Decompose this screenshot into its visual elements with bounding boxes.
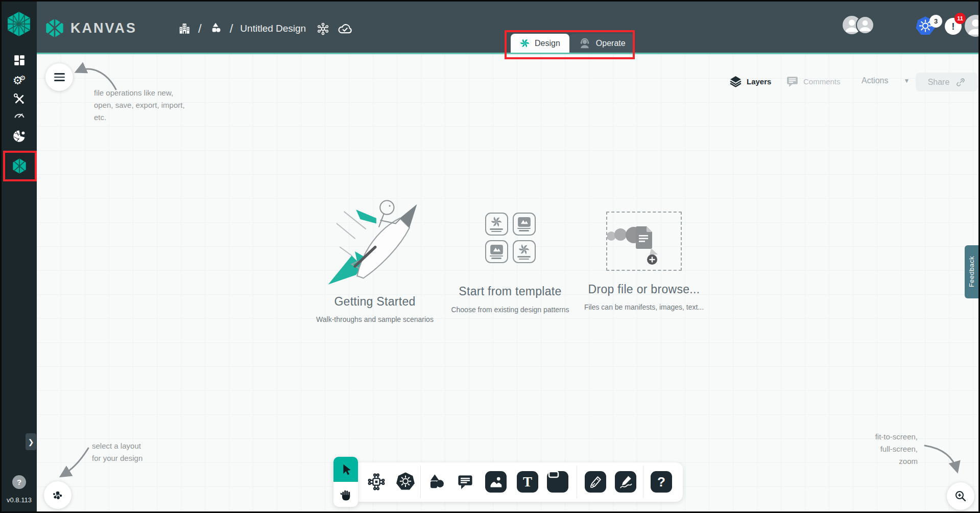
cloud-saved-icon[interactable] [337, 21, 352, 36]
pencil-icon [617, 474, 634, 490]
tab-design-label: Design [535, 39, 560, 48]
image-icon [488, 474, 504, 489]
pen-tool[interactable] [585, 471, 606, 493]
app-version: v0.8.113 [2, 496, 37, 504]
card-title: Drop file or browse... [578, 283, 710, 296]
share-label: Share [928, 78, 950, 87]
extensions-icon [12, 129, 26, 143]
left-sidebar: ⚙⚙ ❯ [2, 2, 37, 511]
toolbar-help-tool[interactable]: ? [651, 471, 672, 493]
card-subtitle: Choose from existing design patterns [444, 306, 577, 314]
help-tool-glyph: ? [657, 474, 665, 490]
kanvas-extension-icon [11, 158, 28, 174]
shapes-icon [428, 473, 445, 491]
user-avatar[interactable] [965, 15, 980, 37]
layout-selector-button[interactable] [44, 481, 71, 509]
breadcrumb: / / Untitled Design [178, 21, 352, 36]
shapes-tool[interactable] [425, 470, 448, 494]
collaborator-avatar[interactable] [856, 16, 874, 34]
sidebar-item-kanvas[interactable] [2, 155, 37, 177]
share-button[interactable]: Share [916, 73, 978, 91]
card-start-from-template[interactable]: Start from template Choose from existing… [444, 196, 577, 314]
zoom-in-icon [954, 489, 967, 503]
organization-icon[interactable] [178, 22, 191, 35]
drop-zone[interactable] [606, 212, 682, 271]
pencil-tool[interactable] [615, 471, 636, 493]
breadcrumb-separator: / [230, 21, 233, 36]
text-tool[interactable]: T [517, 471, 538, 493]
sidebar-item-configuration[interactable] [2, 90, 37, 107]
text-tool-glyph: T [523, 474, 532, 490]
help-glyph: ? [17, 478, 21, 486]
comments-icon [786, 75, 799, 88]
kanvas-app-window: KANVAS / / Untitled Design [0, 0, 980, 513]
layers-toggle[interactable]: Layers [729, 75, 771, 88]
comments-label: Comments [803, 77, 841, 86]
rocket-illustration [324, 196, 431, 287]
kubernetes-icon [395, 471, 416, 493]
card-title: Start from template [444, 285, 577, 298]
pen-icon [587, 474, 604, 490]
visibility-network-icon[interactable] [316, 22, 330, 36]
tab-operate[interactable]: Operate [569, 34, 635, 53]
brand-name: KANVAS [70, 20, 137, 36]
card-getting-started[interactable]: Getting Started Walk-throughs and sample… [308, 196, 441, 323]
sidebar-expand-chevron[interactable]: ❯ [26, 433, 36, 450]
template-thumb-swirl [513, 240, 536, 263]
annotation-file-operations: file operations like new, open, save, ex… [94, 87, 185, 124]
workspace-shapes-icon[interactable] [209, 22, 223, 36]
kubernetes-context-count-badge[interactable]: 3 [929, 15, 942, 28]
annotation-select-layout: select a layout for your design [92, 440, 142, 464]
template-thumb-image [513, 213, 536, 236]
brand: KANVAS [44, 17, 137, 39]
tab-design[interactable]: Design [511, 34, 569, 53]
comment-tool[interactable] [453, 470, 477, 494]
mode-tabs: Design Operate [511, 34, 635, 53]
breadcrumb-separator: / [198, 21, 202, 36]
gauge-icon [13, 109, 26, 122]
component-chip-icon [367, 473, 386, 491]
layers-label: Layers [747, 77, 771, 86]
card-subtitle: Walk-throughs and sample scenarios [308, 315, 441, 323]
dashboard-icon [13, 54, 26, 67]
sidebar-item-extensions[interactable] [2, 127, 37, 145]
app-header: KANVAS / / Untitled Design [37, 2, 978, 54]
menu-icon [54, 71, 65, 83]
sidebar-item-lifecycle[interactable]: ⚙⚙ [2, 71, 37, 88]
pan-tool[interactable] [333, 482, 358, 507]
select-tool[interactable] [333, 457, 358, 482]
sidebar-item-dashboard[interactable] [2, 52, 37, 69]
file-menu-button[interactable] [45, 63, 73, 91]
comments-toggle[interactable]: Comments [786, 75, 841, 88]
operator-headset-icon [579, 37, 591, 50]
hand-icon [340, 488, 352, 501]
annotation-zoom-controls: fit-to-screen, full-screen, zoom [875, 431, 918, 468]
link-icon [955, 77, 966, 87]
drop-file-illustration [607, 213, 683, 272]
actions-dropdown[interactable]: Actions ▼ [862, 76, 910, 85]
section-icon [547, 471, 568, 493]
kubernetes-tool[interactable] [394, 470, 417, 494]
component-tool[interactable] [365, 470, 388, 494]
alerts-count-badge: 11 [954, 13, 966, 24]
actions-label: Actions [862, 76, 888, 85]
template-thumb-swirl [485, 213, 508, 236]
feedback-label: Feedback [968, 256, 975, 287]
template-thumb-image [485, 240, 508, 263]
card-drop-file[interactable]: Drop file or browse... Files can be mani… [578, 196, 710, 311]
card-subtitle: Files can be manifests, images, text... [578, 303, 710, 311]
feedback-tab[interactable]: Feedback [965, 245, 978, 298]
toolkit-icon [13, 92, 26, 105]
sidebar-item-performance[interactable] [2, 107, 37, 124]
gears-icon: ⚙⚙ [13, 73, 26, 86]
template-thumbnails [485, 213, 536, 263]
tab-operate-label: Operate [596, 39, 626, 48]
meshery-logo-icon[interactable] [6, 11, 32, 37]
cursor-icon [340, 463, 352, 476]
help-button[interactable]: ? [12, 475, 26, 489]
zoom-button[interactable] [947, 482, 974, 510]
image-tool[interactable] [485, 471, 507, 493]
section-tool[interactable] [547, 471, 568, 493]
design-name[interactable]: Untitled Design [240, 23, 306, 34]
layout-graph-icon [51, 488, 65, 502]
